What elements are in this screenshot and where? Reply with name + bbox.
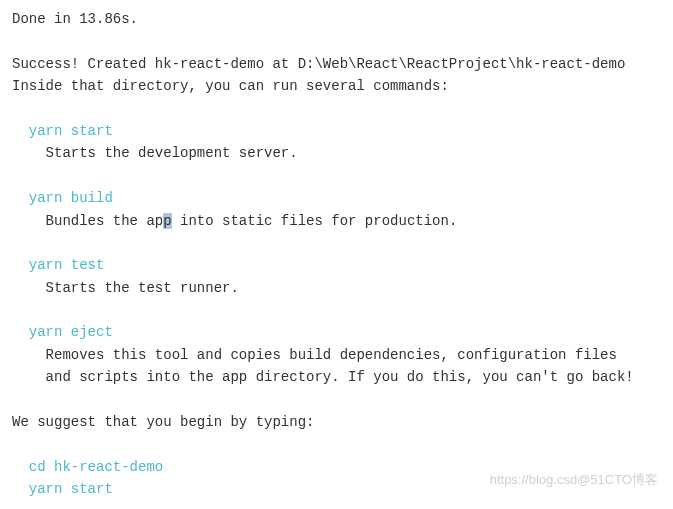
command-yarn-build: yarn build xyxy=(12,187,661,209)
command-yarn-eject: yarn eject xyxy=(12,321,661,343)
blank-line xyxy=(12,232,661,254)
output-line-done: Done in 13.86s. xyxy=(12,8,661,30)
output-line-suggest: We suggest that you begin by typing: xyxy=(12,411,661,433)
description-eject-a: Removes this tool and copies build depen… xyxy=(12,344,661,366)
description-build: Bundles the app into static files for pr… xyxy=(12,210,661,232)
description-start: Starts the development server. xyxy=(12,142,661,164)
command-yarn-start: yarn start xyxy=(12,120,661,142)
blank-line xyxy=(12,501,661,509)
description-test: Starts the test runner. xyxy=(12,277,661,299)
output-line-inside: Inside that directory, you can run sever… xyxy=(12,75,661,97)
blank-line xyxy=(12,165,661,187)
blank-line xyxy=(12,299,661,321)
blank-line xyxy=(12,389,661,411)
command-cd: cd hk-react-demo xyxy=(12,456,661,478)
desc-text: into static files for production. xyxy=(172,213,458,229)
desc-text: Bundles the ap xyxy=(12,213,163,229)
highlighted-char: p xyxy=(163,213,171,229)
blank-line xyxy=(12,30,661,52)
output-line-success: Success! Created hk-react-demo at D:\Web… xyxy=(12,53,661,75)
command-yarn-start-final: yarn start xyxy=(12,478,661,500)
blank-line xyxy=(12,98,661,120)
description-eject-b: and scripts into the app directory. If y… xyxy=(12,366,661,388)
blank-line xyxy=(12,433,661,455)
command-yarn-test: yarn test xyxy=(12,254,661,276)
